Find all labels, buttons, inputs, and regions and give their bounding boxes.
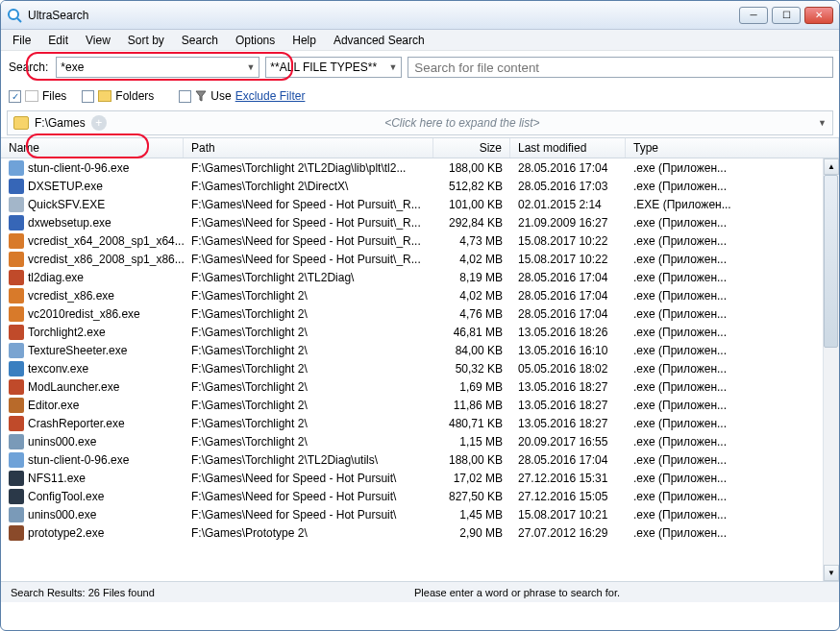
file-type: .exe (Приложен... [626, 453, 839, 467]
scrollbar[interactable]: ▲ ▼ [823, 158, 839, 581]
file-name: vcredist_x86_2008_sp1_x86.... [28, 253, 184, 266]
file-size: 17,02 MB [433, 472, 510, 485]
exe-icon [9, 325, 24, 340]
col-type[interactable]: Type [626, 138, 839, 158]
file-name: unins000.exe [28, 435, 96, 449]
table-row[interactable]: Torchlight2.exeF:\Games\Torchlight 2\46,… [1, 323, 839, 341]
chevron-down-icon: ▼ [388, 62, 397, 72]
table-row[interactable]: stun-client-0-96.exeF:\Games\Torchlight … [1, 158, 839, 177]
content-search-input[interactable] [408, 57, 833, 78]
file-path: F:\Games\Torchlight 2\ [184, 399, 433, 412]
table-row[interactable]: vcredist_x64_2008_sp1_x64....F:\Games\Ne… [1, 231, 839, 250]
use-label: Use [210, 89, 231, 103]
file-date: 28.05.2016 17:03 [510, 180, 626, 193]
file-date: 13.05.2016 18:27 [510, 380, 626, 394]
table-row[interactable]: stun-client-0-96.exeF:\Games\Torchlight … [1, 450, 839, 469]
funnel-icon [195, 90, 207, 102]
expand-hint[interactable]: <Click here to expand the list> [112, 116, 812, 130]
file-date: 15.08.2017 10:22 [510, 253, 626, 266]
search-input[interactable]: *exe ▼ [56, 57, 259, 78]
table-row[interactable]: unins000.exeF:\Games\Torchlight 2\1,15 M… [1, 432, 839, 450]
file-type: .EXE (Приложен... [626, 198, 839, 211]
table-row[interactable]: prototype2.exeF:\Games\Prototype 2\2,90 … [1, 523, 839, 542]
scroll-thumb[interactable] [824, 175, 838, 348]
col-size[interactable]: Size [433, 138, 510, 158]
use-filter-checkbox[interactable] [179, 90, 191, 103]
table-row[interactable]: ConfigTool.exeF:\Games\Need for Speed - … [1, 487, 839, 505]
exe-icon [9, 452, 24, 468]
file-name: texconv.exe [28, 362, 88, 376]
file-size: 188,00 KB [433, 161, 510, 175]
minimize-button[interactable]: ─ [739, 7, 768, 24]
file-type: .exe (Приложен... [626, 490, 839, 503]
menu-sortby[interactable]: Sort by [120, 32, 172, 49]
file-type: .exe (Приложен... [626, 180, 839, 193]
exclude-filter-link[interactable]: Exclude Filter [235, 89, 306, 103]
file-date: 27.12.2016 15:31 [510, 472, 626, 485]
table-row[interactable]: Editor.exeF:\Games\Torchlight 2\11,86 MB… [1, 396, 839, 414]
file-type: .exe (Приложен... [626, 508, 839, 522]
file-size: 1,15 MB [433, 435, 510, 449]
col-path[interactable]: Path [184, 138, 433, 158]
file-date: 02.01.2015 2:14 [510, 198, 626, 211]
table-row[interactable]: QuickSFV.EXEF:\Games\Need for Speed - Ho… [1, 195, 839, 213]
table-row[interactable]: TextureSheeter.exeF:\Games\Torchlight 2\… [1, 341, 839, 359]
file-type: .exe (Приложен... [626, 161, 839, 175]
file-path: F:\Games\Need for Speed - Hot Pursuit\_R… [184, 198, 433, 211]
table-row[interactable]: dxwebsetup.exeF:\Games\Need for Speed - … [1, 213, 839, 231]
scroll-track[interactable] [824, 175, 839, 565]
file-type: .exe (Приложен... [626, 362, 839, 376]
file-date: 28.05.2016 17:04 [510, 161, 626, 175]
filetype-value: **ALL FILE TYPES** [270, 61, 377, 74]
file-path: F:\Games\Torchlight 2\ [184, 326, 433, 339]
table-row[interactable]: unins000.exeF:\Games\Need for Speed - Ho… [1, 505, 839, 523]
menu-edit[interactable]: Edit [40, 32, 76, 49]
file-type: .exe (Приложен... [626, 344, 839, 357]
titlebar[interactable]: UltraSearch ─ ☐ ✕ [1, 1, 839, 30]
path-row[interactable]: F:\Games + <Click here to expand the lis… [7, 110, 833, 135]
scroll-up-button[interactable]: ▲ [824, 158, 839, 175]
file-path: F:\Games\Need for Speed - Hot Pursuit\_R… [184, 234, 433, 248]
table-row[interactable]: DXSETUP.exeF:\Games\Torchlight 2\DirectX… [1, 177, 839, 195]
chevron-down-icon: ▼ [818, 118, 827, 128]
maximize-button[interactable]: ☐ [772, 7, 801, 24]
table-row[interactable]: texconv.exeF:\Games\Torchlight 2\50,32 K… [1, 359, 839, 377]
table-row[interactable]: CrashReporter.exeF:\Games\Torchlight 2\4… [1, 414, 839, 432]
table-row[interactable]: NFS11.exeF:\Games\Need for Speed - Hot P… [1, 469, 839, 487]
close-button[interactable]: ✕ [804, 7, 833, 24]
menu-help[interactable]: Help [284, 32, 324, 49]
status-results: Search Results: 26 Files found [11, 587, 414, 598]
menu-file[interactable]: File [5, 32, 38, 49]
file-size: 84,00 KB [433, 344, 510, 357]
files-checkbox[interactable]: ✓ [9, 90, 21, 103]
col-name[interactable]: Name [1, 138, 184, 158]
menu-search[interactable]: Search [174, 32, 226, 49]
folders-checkbox[interactable] [82, 90, 94, 103]
file-size: 2,90 MB [433, 526, 510, 540]
file-path: F:\Games\Torchlight 2\TL2Diag\ [184, 271, 433, 284]
file-path: F:\Games\Torchlight 2\ [184, 344, 433, 357]
file-date: 28.05.2016 17:04 [510, 453, 626, 467]
table-row[interactable]: tl2diag.exeF:\Games\Torchlight 2\TL2Diag… [1, 268, 839, 286]
exe-icon [9, 398, 24, 413]
table-row[interactable]: vcredist_x86_2008_sp1_x86....F:\Games\Ne… [1, 250, 839, 268]
menu-view[interactable]: View [78, 32, 118, 49]
search-query-text: *exe [61, 61, 84, 74]
menu-advanced-search[interactable]: Advanced Search [326, 32, 432, 49]
file-size: 4,02 MB [433, 289, 510, 303]
file-name: ConfigTool.exe [28, 490, 104, 503]
table-row[interactable]: ModLauncher.exeF:\Games\Torchlight 2\1,6… [1, 377, 839, 396]
file-name: dxwebsetup.exe [28, 216, 111, 230]
file-size: 8,19 MB [433, 271, 510, 284]
file-name: tl2diag.exe [28, 271, 84, 284]
table-row[interactable]: vcredist_x86.exeF:\Games\Torchlight 2\4,… [1, 286, 839, 304]
file-date: 15.08.2017 10:21 [510, 508, 626, 522]
chevron-down-icon: ▼ [246, 62, 255, 72]
filetype-select[interactable]: **ALL FILE TYPES** ▼ [265, 57, 402, 78]
scroll-down-button[interactable]: ▼ [824, 565, 839, 581]
table-row[interactable]: vc2010redist_x86.exeF:\Games\Torchlight … [1, 304, 839, 323]
col-date[interactable]: Last modified [510, 138, 626, 158]
add-path-button[interactable]: + [91, 115, 107, 131]
menu-options[interactable]: Options [228, 32, 283, 49]
file-size: 480,71 KB [433, 417, 510, 430]
